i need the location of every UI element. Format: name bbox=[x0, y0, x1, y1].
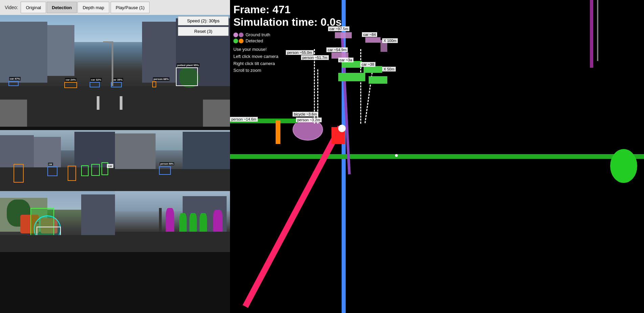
instruction-2: Left click move camera bbox=[233, 53, 278, 60]
road-bot-l bbox=[0, 235, 115, 252]
sim-time-label: Simulation time: 0.0s bbox=[233, 16, 342, 28]
street-light-pole bbox=[112, 42, 113, 86]
label-x50: X 50m bbox=[382, 67, 396, 71]
legend-gt-dot-1 bbox=[233, 33, 238, 37]
label-person-32: person ~3.2m bbox=[296, 118, 322, 122]
detection-box-car-1: car 47% bbox=[8, 81, 19, 86]
person-green-1 bbox=[179, 213, 187, 233]
label-bicycle-36: bicycle ~3.6m bbox=[293, 112, 318, 117]
car-det-38 bbox=[364, 66, 382, 73]
right-panel: Frame: 471 Simulation time: 0.0s Ground … bbox=[230, 0, 644, 313]
legend: Ground truth Detected Use your mouse! Le… bbox=[233, 32, 278, 74]
video-label: Video: bbox=[5, 5, 18, 10]
person-magenta-2 bbox=[213, 210, 223, 235]
play-pause-button[interactable]: Play/Pause (1) bbox=[111, 2, 150, 13]
label-person-51: person ~51.7m bbox=[301, 55, 329, 60]
road-surface bbox=[0, 86, 230, 127]
bldg-bot-l-2 bbox=[81, 194, 115, 235]
det-green-1 bbox=[91, 164, 100, 176]
label-x100: X 100m bbox=[382, 38, 398, 43]
info-header: Frame: 471 Simulation time: 0.0s bbox=[233, 3, 342, 28]
top-bar: Video: Original Detection Depth map Play… bbox=[0, 0, 230, 15]
axis-green-horizontal bbox=[230, 154, 644, 159]
label-car-84: car ~84 bbox=[362, 32, 377, 37]
sidewalk-left bbox=[0, 100, 27, 127]
instruction-1: Use your mouse! bbox=[233, 46, 278, 53]
speed-button[interactable]: Speed (2): 30fps bbox=[178, 16, 229, 25]
bottom-views-row bbox=[0, 191, 230, 252]
magenta-strip-right bbox=[590, 0, 593, 68]
instruction-4: Scroll to zoom bbox=[233, 67, 278, 74]
det-orange-mid-l-2 bbox=[68, 166, 76, 181]
legend-instructions: Use your mouse! Left click move camera R… bbox=[233, 46, 278, 74]
tab-detection[interactable]: Detection bbox=[47, 2, 77, 13]
road-bot-r bbox=[115, 232, 230, 252]
axis-pink-diagonal bbox=[243, 126, 343, 308]
sidewalk-right bbox=[203, 100, 230, 127]
tab-depth-map[interactable]: Depth map bbox=[77, 2, 109, 13]
orange-person-marker bbox=[276, 120, 280, 144]
det-label-car-4: car 35% bbox=[112, 78, 123, 82]
person-magenta-1 bbox=[166, 208, 174, 235]
label-car-top-right: car bbox=[107, 164, 113, 168]
middle-views-row: car car person 68% bbox=[0, 130, 230, 191]
view-mid-left: car car bbox=[0, 130, 115, 191]
det-orange-mid-l-1 bbox=[14, 164, 24, 183]
car-gt-84 bbox=[365, 37, 381, 43]
det-label-person-1: person 68% bbox=[153, 77, 169, 81]
green-ellipse-far-right bbox=[610, 149, 637, 183]
tab-original[interactable]: Original bbox=[21, 2, 46, 13]
detection-box-car-3: car 32% bbox=[90, 82, 100, 87]
building-left-2 bbox=[47, 25, 74, 76]
scene-3d: car ~97.5m car ~84 X 100m car ~54.9m per… bbox=[230, 0, 644, 313]
car-gt-97 bbox=[335, 32, 352, 38]
road-line-1 bbox=[97, 96, 99, 110]
reset-button[interactable]: Reset (3) bbox=[178, 27, 229, 36]
legend-det-label: Detected bbox=[246, 38, 263, 43]
road-line-2 bbox=[120, 96, 122, 110]
car-det-mid-2 bbox=[369, 76, 387, 84]
building-left-1 bbox=[0, 22, 47, 83]
small-white-dot bbox=[395, 154, 398, 157]
label-person-146: person ~14.6m bbox=[230, 117, 258, 122]
det-green-3 bbox=[81, 165, 89, 176]
detection-box-plant: potted plant 95% bbox=[176, 67, 198, 86]
view-bot-right bbox=[115, 191, 230, 252]
label-car-38: car ~38 bbox=[360, 62, 375, 67]
legend-gt-dot-2 bbox=[239, 33, 244, 37]
det-blue-mid-l-label: car bbox=[48, 163, 53, 166]
car-det-mid-1 bbox=[338, 73, 365, 81]
street-light-arm bbox=[103, 41, 113, 43]
det-label-car-3: car 32% bbox=[90, 78, 102, 82]
det-blue-mid-r-label: person 68% bbox=[160, 162, 174, 165]
detection-box-person-1: person 68% bbox=[152, 81, 156, 87]
left-panel: Video: Original Detection Depth map Play… bbox=[0, 0, 230, 313]
instruction-3: Right click tilt camera bbox=[233, 60, 278, 67]
label-car-54: car ~54.9m bbox=[326, 47, 348, 52]
label-person-55: person ~55.0m bbox=[286, 50, 314, 55]
det-label-car-1: car 47% bbox=[9, 77, 21, 81]
person-green-2 bbox=[189, 213, 197, 233]
separator-bar bbox=[0, 127, 230, 130]
dotted-line-right bbox=[360, 49, 361, 124]
building-right-2 bbox=[142, 22, 176, 83]
detection-box-car-2: car 24% bbox=[64, 82, 77, 88]
view-bot-left bbox=[0, 191, 115, 252]
person-green-3 bbox=[200, 213, 207, 233]
legend-gt-dots bbox=[233, 33, 244, 37]
ego-vehicle-dot bbox=[338, 125, 346, 132]
legend-detected: Detected bbox=[233, 38, 278, 43]
frame-label: Frame: 471 bbox=[233, 3, 342, 16]
det-blue-mid-r-1: person 68% bbox=[159, 166, 171, 175]
legend-det-dots bbox=[233, 39, 244, 43]
view-mid-right: person 68% bbox=[115, 130, 230, 191]
legend-ground-truth: Ground truth bbox=[233, 32, 278, 37]
road-mid-r bbox=[115, 169, 230, 191]
det-label-plant: potted plant 95% bbox=[177, 63, 200, 67]
det-label-car-2: car 24% bbox=[65, 78, 76, 82]
label-car-3a: car ~3a bbox=[338, 58, 353, 62]
speed-reset-bar: Speed (2): 30fps Reset (3) bbox=[177, 15, 230, 37]
legend-gt-label: Ground truth bbox=[246, 32, 270, 37]
det-label-bot-l bbox=[37, 223, 39, 223]
det-blue-mid-l-1: car bbox=[47, 167, 58, 176]
